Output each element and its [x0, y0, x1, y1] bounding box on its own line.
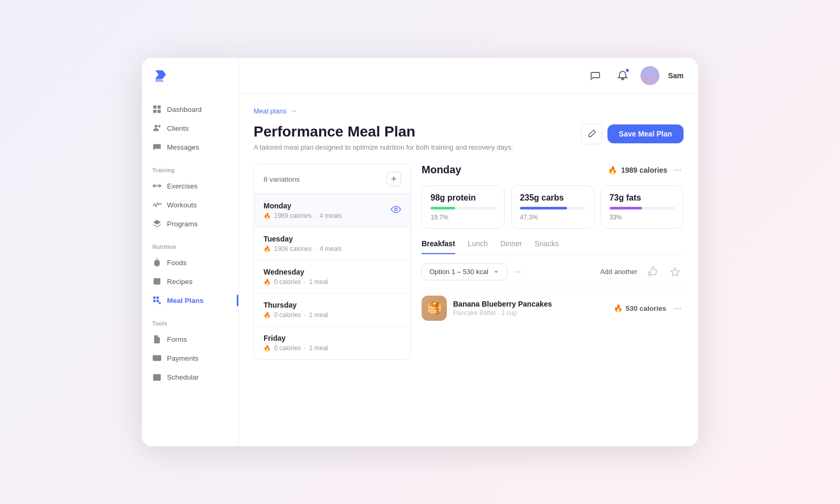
option-actions: Add another	[600, 264, 684, 280]
macro-fats-bar-bg	[610, 207, 675, 209]
day-more-button[interactable]: ···	[671, 164, 684, 175]
chevron-down-icon	[492, 268, 500, 276]
book-icon	[152, 277, 162, 286]
tab-dinner[interactable]: Dinner	[500, 239, 522, 254]
add-variation-button[interactable]: +	[386, 172, 401, 186]
dot-sep: ·	[304, 311, 306, 319]
food-calories-value: 530 calories	[626, 304, 666, 312]
tab-breakfast[interactable]: Breakfast	[422, 239, 455, 254]
notification-btn[interactable]	[613, 66, 632, 85]
svg-rect-17	[153, 357, 161, 358]
macro-fats-value: 73g fats	[610, 193, 675, 203]
eye-visible-icon	[391, 204, 401, 215]
sidebar-item-foods[interactable]: Foods	[142, 253, 238, 272]
avatar-image	[640, 66, 659, 85]
eye-icon	[391, 204, 401, 217]
food-more-button[interactable]: ···	[671, 303, 684, 314]
svg-rect-0	[153, 106, 156, 109]
sidebar-item-schedular[interactable]: Schedular	[142, 368, 238, 386]
sidebar-item-payments[interactable]: Payments	[142, 349, 238, 368]
svg-rect-12	[156, 297, 159, 299]
activity-icon	[152, 200, 162, 209]
notification-dot	[625, 68, 629, 72]
right-panel: Monday 🔥 1989 calories ··· 98g prote	[422, 164, 684, 434]
page-title: Performance Meal Plan	[254, 123, 513, 140]
day-meals: 4 meals	[320, 245, 342, 253]
app-container: Dashboard Clients Messages Training Exer…	[142, 58, 698, 446]
macro-card-fats: 73g fats 33%	[601, 185, 684, 229]
food-item-pancakes: 🥞 Banana Blueberry Pancakes Pancake Batt…	[422, 288, 684, 328]
option-left: Option 1 – 530 kcal ···	[422, 263, 523, 280]
sidebar-item-label: Payments	[167, 354, 198, 362]
sidebar-item-label: Forms	[167, 335, 187, 343]
option-select[interactable]: Option 1 – 530 kcal	[422, 263, 508, 280]
user-name: Sam	[668, 71, 684, 80]
page-header: Performance Meal Plan A tailored meal pl…	[254, 123, 684, 151]
food-name: Banana Blueberry Pancakes	[453, 300, 552, 308]
svg-rect-8	[154, 184, 155, 187]
day-item-tuesday[interactable]: Tuesday 🔥 1906 calories · 4 meals	[254, 227, 411, 260]
sidebar-item-workouts[interactable]: Workouts	[142, 195, 238, 214]
credit-card-icon	[152, 353, 162, 363]
sidebar-item-mealplans[interactable]: Meal Plans	[142, 291, 238, 310]
add-another-label[interactable]: Add another	[600, 268, 637, 276]
sidebar-item-clients[interactable]: Clients	[142, 119, 238, 138]
option-more-button[interactable]: ···	[512, 267, 523, 277]
training-section-label: Training	[142, 161, 238, 176]
nutrition-section-label: Nutrition	[142, 237, 238, 253]
dot-sep: ·	[314, 212, 316, 219]
nav-nutrition-section: Nutrition Foods Recipes Meal Plans	[142, 237, 238, 310]
sidebar-item-programs[interactable]: Programs	[142, 214, 238, 233]
food-calories: 🔥 530 calories	[614, 304, 666, 312]
macro-protein-value: 98g protein	[430, 193, 496, 203]
star-button[interactable]	[667, 264, 684, 280]
tab-lunch[interactable]: Lunch	[468, 239, 488, 254]
svg-rect-1	[158, 106, 161, 109]
day-item-friday[interactable]: Friday 🔥 0 calories · 1 meal	[254, 327, 411, 359]
macro-card-carbs: 235g carbs 47.3%	[511, 185, 594, 229]
day-name: Friday	[264, 334, 328, 342]
logo	[142, 68, 238, 100]
sidebar-item-label: Schedular	[167, 373, 199, 381]
day-meals: 1 meal	[309, 311, 328, 319]
tab-snacks[interactable]: Snacks	[534, 239, 559, 254]
day-meta: 🔥 0 calories · 1 meal	[264, 344, 328, 352]
top-header: Sam	[239, 58, 698, 94]
variations-header: 8 variations +	[254, 164, 411, 194]
users-icon	[152, 123, 162, 133]
sidebar-item-label: Foods	[167, 259, 187, 267]
sidebar-item-forms[interactable]: Forms	[142, 330, 238, 349]
like-button[interactable]	[644, 264, 660, 280]
sidebar-item-messages[interactable]: Messages	[142, 138, 238, 156]
svg-rect-13	[153, 300, 156, 302]
svg-rect-15	[159, 302, 161, 304]
option-label: Option 1 – 530 kcal	[429, 268, 488, 276]
chat-icon	[590, 70, 601, 81]
breadcrumb-link[interactable]: Meal plans	[254, 107, 287, 115]
day-header-right: 🔥 1989 calories ···	[608, 164, 684, 175]
day-meta: 🔥 0 calories · 1 meal	[264, 278, 328, 286]
macro-carbs-pct: 47.3%	[520, 214, 585, 221]
message-btn[interactable]	[586, 66, 605, 85]
macro-protein-pct: 19.7%	[430, 214, 496, 221]
edit-button[interactable]	[581, 123, 602, 144]
day-item-wednesday[interactable]: Wednesday 🔥 0 calories · 1 meal	[254, 260, 411, 293]
fire-icon: 🔥	[264, 279, 271, 286]
sidebar-item-recipes[interactable]: Recipes	[142, 272, 238, 291]
sidebar-item-exercises[interactable]: Exercises	[142, 176, 238, 195]
day-item-monday[interactable]: Monday 🔥 1989 calories · 4 meals	[254, 194, 411, 227]
sidebar-item-dashboard[interactable]: Dashboard	[142, 100, 238, 119]
save-meal-plan-button[interactable]: Save Meal Plan	[607, 124, 684, 143]
food-item-right: 🔥 530 calories ···	[614, 303, 684, 314]
sidebar-item-label: Clients	[167, 124, 188, 132]
day-meta: 🔥 0 calories · 1 meal	[264, 311, 328, 319]
thumbs-up-icon	[647, 267, 657, 277]
nav-training-section: Training Exercises Workouts Programs	[142, 161, 238, 233]
macro-fats-pct: 33%	[610, 214, 675, 221]
day-detail-header: Monday 🔥 1989 calories ···	[422, 164, 684, 176]
day-item-thursday[interactable]: Thursday 🔥 0 calories · 1 meal	[254, 293, 411, 327]
main-area: Sam Meal plans → Performance Meal Plan A…	[239, 58, 698, 446]
day-calories: 1906 calories	[274, 245, 311, 253]
fire-icon: 🔥	[264, 345, 271, 352]
day-detail-title: Monday	[422, 164, 461, 176]
